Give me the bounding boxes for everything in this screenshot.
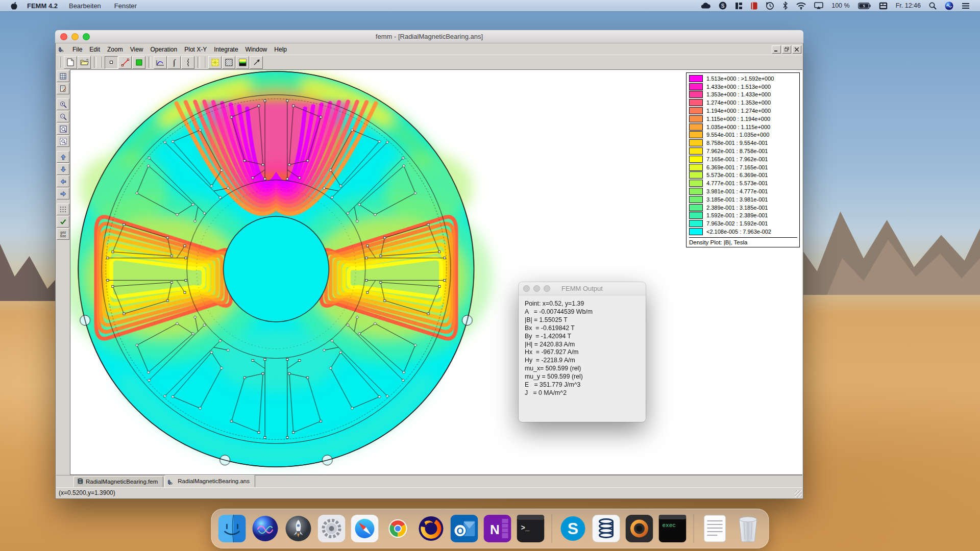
- zoom-in-button[interactable]: [57, 98, 69, 110]
- contour-mode-button[interactable]: [118, 56, 132, 69]
- menu-item[interactable]: View: [127, 45, 147, 54]
- menu-item[interactable]: File: [69, 45, 86, 54]
- tab-radialmagneticbearing-ans[interactable]: RadialMagneticBearing.ans: [164, 475, 255, 487]
- skype-menu-icon[interactable]: S: [719, 2, 727, 10]
- femm-output-window[interactable]: FEMM Output Point: x=0.52, y=1.39A = -0.…: [519, 282, 646, 422]
- pan-down-button[interactable]: [57, 163, 69, 175]
- legend-range-label: 6.369e-001 : 7.165e-001: [706, 164, 768, 170]
- edit-nodes-button[interactable]: [57, 83, 69, 94]
- show-grid-button[interactable]: [57, 204, 69, 215]
- legend-range-label: 9.554e-001 : 1.035e+000: [706, 132, 769, 138]
- active-app-name[interactable]: FEMM 4.2: [27, 2, 58, 10]
- dock-safari-icon[interactable]: [351, 514, 379, 543]
- dock-firefox-icon[interactable]: [417, 514, 446, 543]
- point-values-mode-button[interactable]: [105, 56, 118, 69]
- tab-radialmagneticbearing-fem[interactable]: RadialMagneticBearing.fem: [74, 476, 163, 487]
- dock-launchpad-icon[interactable]: [284, 514, 313, 543]
- block-icon: [136, 59, 142, 66]
- legend-color-swatch: [689, 123, 703, 131]
- new-document-button[interactable]: [64, 56, 77, 69]
- zoom-out-button[interactable]: [57, 111, 69, 122]
- graph-mode-button[interactable]: [154, 56, 167, 69]
- menu-item[interactable]: Operation: [147, 45, 181, 54]
- dock-onenote-icon[interactable]: N: [483, 514, 512, 543]
- siri-menu-icon[interactable]: [945, 2, 953, 10]
- input-source-menu-icon[interactable]: [879, 2, 888, 10]
- menu-item[interactable]: Window: [242, 45, 271, 54]
- menu-item[interactable]: Zoom: [104, 45, 127, 54]
- snap-to-grid-button[interactable]: [57, 216, 69, 228]
- svg-text:O: O: [456, 526, 463, 536]
- legend-entries: 1.513e+000 : >1.592e+000 1.433e+000 : 1.…: [689, 74, 797, 236]
- legend-range-label: 2.389e-001 : 3.185e-001: [706, 205, 768, 211]
- dock-siri-icon[interactable]: [251, 514, 280, 543]
- legend-color-swatch: [689, 147, 703, 155]
- menu-item[interactable]: Edit: [86, 45, 104, 54]
- time-machine-menu-icon[interactable]: [766, 2, 774, 10]
- macos-menu-bar: FEMM 4.2 BearbeitenFenster S 100 % Fr. 1…: [0, 0, 980, 11]
- pan-up-button[interactable]: [57, 151, 69, 163]
- block-integral-button[interactable]: [181, 56, 194, 69]
- menu-item[interactable]: Bearbeiten: [69, 2, 101, 10]
- onedrive-menu-icon[interactable]: [700, 2, 710, 9]
- mdi-minimize-button[interactable]: [772, 45, 781, 54]
- legend-row: 7.963e-002 : 1.592e-001: [689, 219, 797, 228]
- window-titlebar[interactable]: femm - [RadialMagneticBearing.ans]: [55, 30, 803, 43]
- menu-item[interactable]: Fenster: [114, 2, 137, 10]
- grid-toggle-button[interactable]: [208, 56, 222, 69]
- airplay-menu-icon[interactable]: [814, 2, 823, 9]
- red-book-menu-icon[interactable]: [751, 2, 757, 10]
- legend-color-swatch: [689, 212, 703, 219]
- line-integral-button[interactable]: ∫: [167, 56, 181, 69]
- zoom-window-button[interactable]: [57, 135, 69, 147]
- window-manager-menu-icon[interactable]: [735, 2, 743, 10]
- mdi-restore-button[interactable]: [782, 45, 791, 54]
- dock-chrome-icon[interactable]: [384, 514, 412, 543]
- dock-outlook-icon[interactable]: O: [450, 514, 479, 543]
- pan-right-button[interactable]: [57, 188, 69, 199]
- dock-terminal-icon[interactable]: >_: [517, 514, 545, 543]
- dock-femm-coil-icon[interactable]: [592, 514, 621, 543]
- menu-item[interactable]: Plot X-Y: [181, 45, 210, 54]
- density-plot-toggle-button[interactable]: [236, 56, 249, 69]
- mesh-toggle-button[interactable]: [222, 56, 235, 69]
- clock[interactable]: Fr. 12:46: [896, 2, 921, 9]
- battery-icon[interactable]: [858, 3, 871, 9]
- dock-exec-terminal-icon[interactable]: exec: [658, 514, 687, 543]
- legend-row: 1.513e+000 : >1.592e+000: [689, 74, 797, 83]
- tab-label: RadialMagneticBearing.fem: [86, 479, 158, 485]
- legend-range-label: 1.592e-001 : 2.389e-001: [706, 212, 768, 218]
- resize-grip[interactable]: [795, 490, 802, 497]
- dock-system-preferences-icon[interactable]: [317, 514, 346, 543]
- new-document-icon: [67, 58, 74, 66]
- dock-orange-ring-app-icon[interactable]: [625, 514, 654, 543]
- vector-plot-toggle-button[interactable]: [250, 56, 263, 69]
- spotlight-icon[interactable]: [929, 2, 937, 10]
- output-line: Hy = -2218.9 A/m: [525, 357, 646, 365]
- mesh-info-button[interactable]: [57, 70, 69, 82]
- menu-item[interactable]: Integrate: [210, 45, 241, 54]
- plot-canvas[interactable]: 1.513e+000 : >1.592e+000 1.433e+000 : 1.…: [70, 69, 802, 475]
- legend-range-label: 3.981e-001 : 4.777e-001: [706, 188, 768, 194]
- dock-skype-icon[interactable]: S: [559, 514, 587, 543]
- dock-textedit-icon[interactable]: [701, 514, 729, 543]
- open-file-button[interactable]: [78, 56, 91, 69]
- dock-finder-icon[interactable]: [218, 514, 247, 543]
- pan-left-button[interactable]: [57, 176, 69, 187]
- output-line: J = 0 MA/m^2: [525, 389, 646, 397]
- mdi-close-button[interactable]: [792, 45, 801, 54]
- bluetooth-menu-icon[interactable]: [782, 2, 788, 10]
- wifi-menu-icon[interactable]: [796, 2, 806, 10]
- output-titlebar[interactable]: FEMM Output: [519, 282, 646, 295]
- menu-item[interactable]: Help: [271, 45, 290, 54]
- integral-icon: ∫: [171, 58, 177, 67]
- grid-size-button[interactable]: grid size: [57, 228, 69, 240]
- zoom-natural-button[interactable]: [57, 123, 69, 135]
- legend-color-swatch: [689, 139, 703, 146]
- block-mode-button[interactable]: [132, 56, 145, 69]
- notification-center-icon[interactable]: [962, 3, 970, 9]
- dock-trash-icon[interactable]: [734, 514, 763, 543]
- legend-range-label: 1.194e+000 : 1.274e+000: [706, 108, 771, 114]
- mdi-window-controls: [771, 45, 801, 54]
- apple-menu[interactable]: [10, 1, 18, 10]
